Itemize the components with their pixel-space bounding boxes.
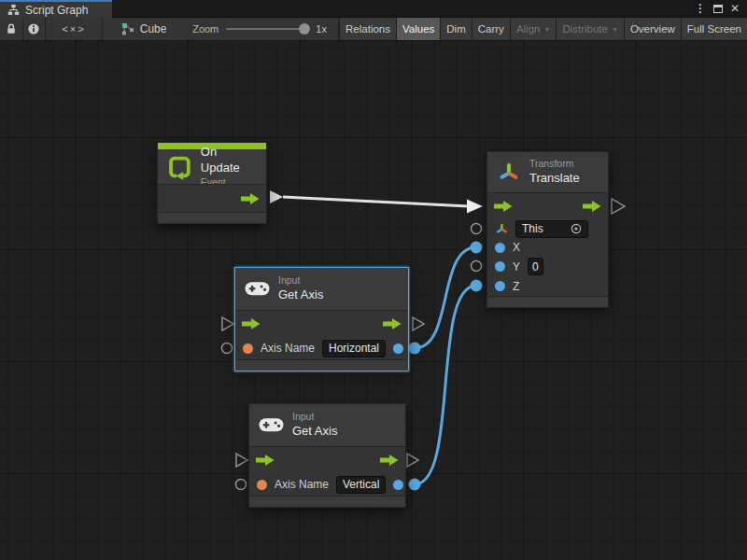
dim-button[interactable]: Dim	[440, 18, 471, 40]
exec-output-arrow-icon[interactable]	[383, 318, 402, 329]
node-footer	[235, 360, 408, 371]
getaxis-h-value-in-port[interactable]	[222, 343, 233, 354]
exec-output-arrow-icon[interactable]	[380, 455, 399, 466]
node-footer	[158, 213, 266, 223]
lock-button[interactable]	[0, 18, 23, 40]
script-graph-window: Script Graph ⋮ ✕ <×>	[0, 0, 747, 560]
window-controls: ⋮ ✕	[695, 0, 747, 17]
zoom-slider[interactable]	[226, 28, 308, 30]
translate-y-port[interactable]	[472, 261, 482, 272]
zoom-control: Zoom 1x	[181, 18, 338, 40]
distribute-dropdown[interactable]: Distribute▼	[556, 18, 624, 40]
exec-input-arrow-icon[interactable]	[256, 455, 275, 466]
axis-name-label: Axis Name	[261, 342, 315, 355]
getaxis-v-exec-in-port[interactable]	[236, 454, 247, 467]
graph-toolbar: <×> Cube Zoom 1x Relations Values Dim Ca…	[0, 18, 747, 41]
getaxis-v-exec-out-port[interactable]	[407, 454, 418, 467]
y-input-dot[interactable]	[495, 261, 505, 272]
z-input-dot[interactable]	[495, 281, 505, 291]
node-translate[interactable]: Transform Translate This	[486, 151, 609, 308]
gamepad-icon	[245, 281, 270, 297]
axis-name-field[interactable]: Horizontal	[322, 340, 386, 357]
axis-name-input-dot[interactable]	[257, 480, 267, 490]
tab-title: Script Graph	[25, 4, 88, 17]
exec-wire-arrowhead[interactable]	[467, 200, 483, 214]
exec-input-arrow-icon[interactable]	[494, 201, 513, 212]
lock-icon	[5, 22, 18, 35]
axis-name-input-dot[interactable]	[243, 343, 253, 354]
exec-input-arrow-icon[interactable]	[242, 318, 261, 329]
result-output-dot[interactable]	[393, 343, 403, 354]
axis-name-label: Axis Name	[275, 478, 329, 491]
getaxis-h-result-port-connected[interactable]	[409, 343, 421, 355]
wire-horizontal-to-x[interactable]	[415, 247, 476, 348]
full-screen-button[interactable]: Full Screen	[681, 18, 747, 40]
transform-icon	[497, 161, 521, 185]
node-subtitle: Transform	[529, 158, 580, 171]
chevron-down-icon: ▼	[543, 26, 550, 33]
target-object-field[interactable]: This	[515, 220, 588, 238]
overview-button[interactable]: Overview	[624, 18, 681, 40]
getaxis-h-exec-out-port[interactable]	[413, 317, 424, 330]
graph-hierarchy-icon	[7, 4, 20, 16]
zoom-value: 1x	[316, 23, 327, 35]
chevron-down-icon: ▼	[612, 26, 618, 33]
node-get-axis-horizontal[interactable]: Input Get Axis Axis Name Horizontal	[234, 267, 409, 371]
node-title: On Update	[201, 145, 257, 176]
window-menu-icon[interactable]: ⋮	[695, 2, 706, 15]
event-loop-icon	[167, 154, 192, 180]
getaxis-v-result-port-connected[interactable]	[409, 479, 421, 491]
result-output-dot[interactable]	[393, 480, 403, 490]
z-port-label: Z	[513, 280, 519, 293]
exec-output-arrow-icon[interactable]	[583, 201, 601, 212]
axis-name-field[interactable]: Vertical	[336, 476, 386, 494]
carry-button[interactable]: Carry	[472, 18, 510, 40]
graph-canvas[interactable]: On Update Event	[0, 41, 747, 560]
tab-script-graph[interactable]: Script Graph	[0, 0, 112, 18]
values-button[interactable]: Values	[396, 18, 440, 40]
node-get-axis-vertical[interactable]: Input Get Axis Axis Name Vertical	[248, 403, 406, 508]
node-title: Get Axis	[292, 424, 337, 440]
object-picker-icon[interactable]	[571, 223, 582, 234]
transform-port-icon[interactable]	[495, 222, 509, 236]
graph-name-label: Cube	[140, 22, 167, 35]
node-subtitle: Input	[278, 274, 323, 287]
close-icon[interactable]: ✕	[730, 2, 740, 15]
info-button[interactable]	[23, 18, 47, 40]
script-graph-asset-icon	[121, 22, 134, 35]
toolbar-buttons: Relations Values Dim Carry Align▼ Distri…	[339, 18, 747, 40]
exec-output-arrow-icon[interactable]	[241, 193, 260, 204]
x-input-dot[interactable]	[495, 243, 505, 253]
getaxis-v-value-in-port[interactable]	[236, 480, 247, 490]
translate-this-port[interactable]	[472, 224, 482, 234]
preview-code-button[interactable]: <×>	[46, 18, 103, 40]
info-icon	[27, 22, 40, 35]
exec-wire[interactable]	[283, 197, 469, 206]
node-title: Get Axis	[278, 287, 323, 303]
translate-x-port-connected[interactable]	[471, 242, 483, 254]
title-bar: Script Graph ⋮ ✕	[0, 0, 747, 18]
gamepad-icon	[259, 417, 284, 433]
wire-vertical-to-z[interactable]	[415, 286, 476, 484]
translate-z-port-connected[interactable]	[471, 280, 483, 292]
y-port-label: Y	[513, 260, 520, 273]
maximize-icon[interactable]	[713, 5, 723, 13]
zoom-slider-handle[interactable]	[299, 23, 310, 35]
translate-exec-out-port[interactable]	[612, 199, 625, 214]
getaxis-h-exec-in-port[interactable]	[222, 317, 233, 330]
relations-button[interactable]: Relations	[339, 18, 396, 40]
zoom-label: Zoom	[192, 23, 218, 35]
exec-wire-start-cap[interactable]	[270, 190, 283, 203]
align-dropdown[interactable]: Align▼	[510, 18, 557, 40]
y-value-field[interactable]: 0	[528, 258, 543, 275]
node-title: Translate	[529, 171, 580, 187]
graph-breadcrumb[interactable]: Cube	[103, 18, 181, 40]
x-port-label: X	[513, 241, 520, 254]
node-subtitle: Input	[292, 411, 337, 424]
node-footer	[249, 497, 405, 507]
node-on-update[interactable]: On Update Event	[157, 142, 267, 224]
node-footer	[487, 297, 608, 307]
